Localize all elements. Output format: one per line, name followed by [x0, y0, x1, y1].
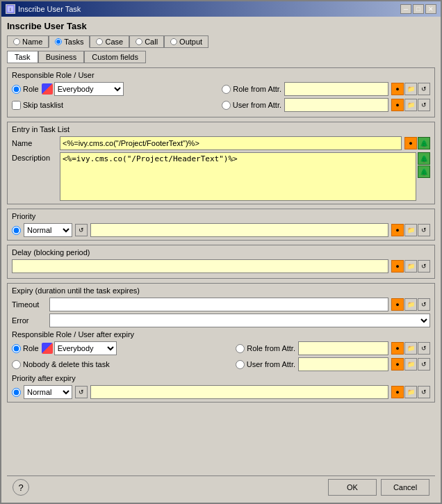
tab-case[interactable]: Case — [90, 35, 129, 48]
entry-name-btn1[interactable]: ● — [404, 137, 417, 149]
role-from-attr-btn3[interactable]: ↺ — [418, 83, 430, 95]
timeout-btn2[interactable]: 📁 — [404, 298, 417, 311]
tab-tasks-radio[interactable] — [55, 38, 62, 45]
expiry-user-from-attr-btn3[interactable]: ↺ — [418, 358, 430, 371]
role-from-attr-radio[interactable] — [222, 85, 231, 94]
timeout-btn1[interactable]: ● — [391, 298, 404, 311]
entry-name-input[interactable] — [60, 136, 402, 150]
role-radio[interactable] — [12, 85, 21, 94]
entry-name-label: Name — [12, 139, 57, 147]
priority-label: Priority — [12, 212, 430, 220]
expiry-section: Expiry (duration until the task expires)… — [7, 283, 435, 403]
entry-description-row: Description <%=ivy.cms.co("/Project/Head… — [12, 152, 430, 201]
help-button[interactable]: ? — [13, 479, 29, 496]
responsible-role-user-label: Responsible Role / User — [12, 71, 430, 79]
nobody-label: Nobody & delete this task — [23, 360, 110, 368]
priority-btn3[interactable]: ↺ — [418, 224, 430, 236]
sub-tab-custom-fields[interactable]: Custom fields — [84, 51, 146, 63]
priority-after-expiry-select[interactable]: Normal Low High Exception — [24, 385, 72, 399]
priority-after-expiry-btn2[interactable]: 📁 — [404, 386, 417, 398]
priority-radio[interactable] — [12, 226, 21, 235]
entry-in-task-list-section: Entry in Task List Name ● 🌲 Description … — [7, 122, 435, 204]
timeout-label: Timeout — [12, 300, 47, 309]
role-from-attr-label: Role from Attr. — [233, 85, 281, 93]
priority-select[interactable]: Normal Low High Exception — [24, 223, 72, 237]
role-from-attr-btn2[interactable]: 📁 — [404, 83, 417, 95]
user-from-attr-radio[interactable] — [222, 101, 231, 110]
priority-after-expiry-row: Normal Low High Exception ↺ ● 📁 ↺ — [12, 385, 430, 399]
expiry-role-from-attr-radio-option: Role from Attr. — [236, 344, 295, 353]
expiry-role-from-attr-btn1[interactable]: ● — [391, 342, 404, 355]
timeout-input[interactable] — [49, 298, 388, 311]
role-from-attr-btn1[interactable]: ● — [391, 83, 404, 95]
main-tab-bar: Name Tasks Case Call Output — [7, 35, 435, 48]
user-from-attr-btn2[interactable]: 📁 — [404, 99, 417, 111]
window-content: Inscribe User Task Name Tasks Case Call … — [1, 17, 441, 503]
priority-after-expiry-btn3[interactable]: ↺ — [418, 386, 430, 398]
entry-description-btn-group: 🌲 🌲 — [418, 152, 430, 201]
tab-output[interactable]: Output — [164, 35, 208, 48]
nobody-radio[interactable] — [12, 360, 21, 369]
main-window: i Inscribe User Task ─ □ ✕ Inscribe User… — [0, 0, 442, 504]
priority-after-expiry-reset-btn[interactable]: ↺ — [75, 386, 88, 398]
error-label: Error — [12, 316, 47, 325]
entry-name-btn-group: ● 🌲 — [404, 137, 430, 149]
minimize-button[interactable]: ─ — [400, 4, 411, 14]
expiry-role-select[interactable]: Everybody — [54, 341, 117, 355]
role-select[interactable]: Everybody — [54, 82, 124, 96]
expiry-role-from-attr-input[interactable] — [298, 341, 388, 355]
priority-expr-input[interactable] — [90, 223, 388, 237]
entry-description-textarea[interactable]: <%=ivy.cms.co("/Project/HeaderText")%> — [60, 152, 416, 201]
priority-btn1[interactable]: ● — [391, 224, 404, 236]
close-button[interactable]: ✕ — [425, 4, 436, 14]
expiry-user-from-attr-btn2[interactable]: 📁 — [404, 358, 417, 371]
role-from-attr-input[interactable] — [284, 82, 388, 96]
user-from-attr-btn1[interactable]: ● — [391, 99, 404, 111]
main-scroll-area: Responsible Role / User Role Everybody — [7, 67, 435, 475]
maximize-button[interactable]: □ — [413, 4, 424, 14]
ok-button[interactable]: OK — [328, 479, 377, 496]
expiry-user-from-attr-radio[interactable] — [236, 360, 245, 369]
user-from-attr-input[interactable] — [284, 98, 388, 112]
priority-after-expiry-btn1[interactable]: ● — [391, 386, 404, 398]
sub-tab-task[interactable]: Task — [7, 51, 38, 63]
tab-call[interactable]: Call — [129, 35, 164, 48]
title-bar-text: Inscribe User Task — [18, 5, 81, 13]
expiry-role-from-attr-btn3[interactable]: ↺ — [418, 342, 430, 355]
expiry-role-from-attr-radio[interactable] — [236, 344, 245, 353]
priority-after-expiry-radio[interactable] — [12, 388, 21, 397]
delay-input[interactable] — [12, 259, 388, 273]
priority-row: Normal Low High Exception ↺ ● 📁 ↺ — [12, 223, 430, 237]
priority-after-expiry-expr-input[interactable] — [90, 385, 388, 399]
priority-after-expiry-btn-group: ● 📁 ↺ — [391, 386, 430, 398]
sub-tab-business[interactable]: Business — [38, 51, 85, 63]
priority-after-expiry-label: Priority after expiry — [12, 374, 430, 382]
priority-reset-btn[interactable]: ↺ — [75, 224, 88, 236]
entry-name-btn2[interactable]: 🌲 — [418, 137, 430, 149]
tab-output-radio[interactable] — [170, 38, 177, 45]
tab-case-radio[interactable] — [96, 38, 103, 45]
user-from-attr-btn3[interactable]: ↺ — [418, 99, 430, 111]
skip-tasklist-checkbox[interactable] — [12, 101, 21, 110]
tab-name-radio[interactable] — [13, 38, 20, 45]
entry-description-btn1[interactable]: 🌲 — [418, 152, 430, 165]
expiry-user-from-attr-btn1[interactable]: ● — [391, 358, 404, 371]
delay-btn1[interactable]: ● — [391, 260, 404, 273]
expiry-role-radio[interactable] — [12, 344, 21, 353]
delay-btn-group: ● 📁 ↺ — [391, 260, 430, 273]
tab-call-radio[interactable] — [136, 38, 142, 45]
expiry-role-from-attr-btn2[interactable]: 📁 — [404, 342, 417, 355]
tab-name[interactable]: Name — [7, 35, 49, 48]
delay-btn3[interactable]: ↺ — [418, 260, 430, 273]
expiry-user-from-attr-input[interactable] — [298, 357, 388, 371]
tab-tasks[interactable]: Tasks — [49, 35, 90, 48]
priority-section: Priority Normal Low High Exception ↺ ● 📁 — [7, 209, 435, 241]
cancel-button[interactable]: Cancel — [381, 479, 429, 496]
entry-description-btn2[interactable]: 🌲 — [418, 165, 430, 178]
error-select[interactable] — [49, 314, 430, 327]
role-dropdown-container: Everybody — [42, 82, 124, 96]
expiry-role-label: Role — [23, 344, 39, 352]
delay-btn2[interactable]: 📁 — [404, 260, 417, 273]
priority-btn2[interactable]: 📁 — [404, 224, 417, 236]
timeout-btn3[interactable]: ↺ — [418, 298, 430, 311]
